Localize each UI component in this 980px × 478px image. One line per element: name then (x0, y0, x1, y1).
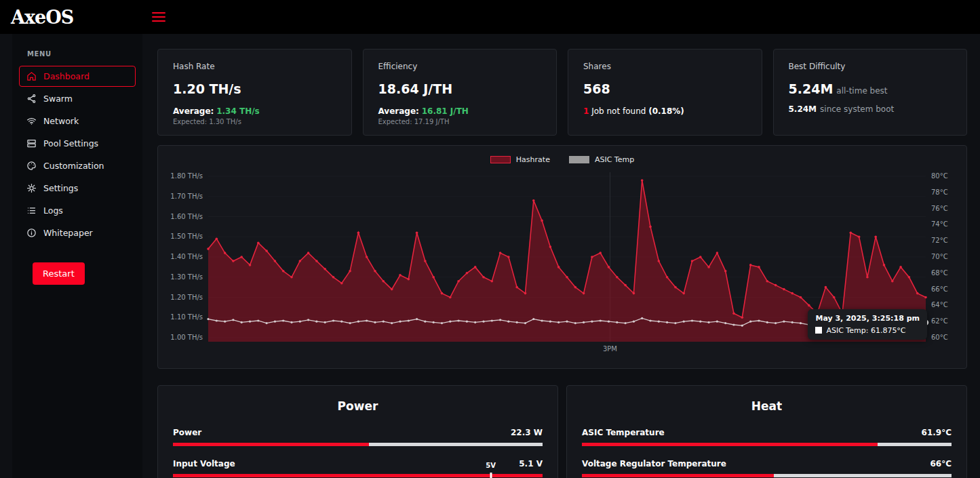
hashrate-card: Hash Rate 1.20 TH/s Average: 1.34 TH/s E… (157, 49, 352, 136)
svg-text:1.80 TH/s: 1.80 TH/s (170, 172, 203, 180)
efficiency-card: Efficiency 18.64 J/TH Average: 16.81 J/T… (363, 49, 557, 136)
sidebar-item-label: Swarm (43, 94, 73, 104)
tooltip-timestamp: May 3, 2025, 3:25:18 pm (815, 314, 920, 323)
sidebar-item-label: Customization (43, 161, 104, 171)
power-panel: Power Power 22.3 W Input Voltage 5.1 V (157, 385, 558, 478)
sidebar-item-label: Pool Settings (43, 138, 98, 148)
input-voltage-progressbar: 5V (173, 474, 543, 477)
legend-asic-temp[interactable]: ASIC Temp (569, 155, 634, 164)
info-circle-icon (26, 228, 37, 238)
hashrate-title: Hash Rate (173, 62, 336, 71)
chart-tooltip: May 3, 2025, 3:25:18 pm ASIC Temp: 61.87… (808, 309, 927, 340)
sidebar-item-pool-settings[interactable]: Pool Settings (19, 133, 136, 154)
sidebar-item-label: Settings (43, 183, 78, 193)
axeos-logo: AxeOS (0, 7, 132, 28)
palette-icon (26, 161, 37, 171)
svg-text:1.60 TH/s: 1.60 TH/s (170, 213, 203, 220)
sidebar-item-whitepaper[interactable]: Whitepaper (19, 222, 136, 243)
sidebar-item-label: Logs (43, 205, 63, 216)
nominal-voltage-marker: 5V (490, 473, 492, 478)
server-icon (26, 138, 37, 148)
svg-text:70°C: 70°C (931, 253, 948, 260)
sidebar-item-label: Dashboard (43, 71, 90, 81)
svg-text:1.50 TH/s: 1.50 TH/s (170, 233, 203, 240)
asic-temperature-progressbar (582, 443, 952, 446)
best-difficulty-title: Best Difficulty (789, 62, 952, 71)
power-panel-title: Power (173, 399, 543, 413)
bottom-panels: Power Power 22.3 W Input Voltage 5.1 V (157, 385, 967, 478)
topbar: AxeOS (0, 0, 980, 34)
best-difficulty-secondary: 5.24Msince system boot (789, 104, 952, 114)
svg-text:62°C: 62°C (931, 317, 948, 325)
wifi-icon (26, 116, 37, 126)
share-nodes-icon (26, 94, 37, 104)
svg-text:1.20 TH/s: 1.20 TH/s (170, 294, 203, 301)
power-meter-row: Power 22.3 W (173, 428, 543, 446)
main-content: Hash Rate 1.20 TH/s Average: 1.34 TH/s E… (142, 34, 980, 478)
asic-temp-swatch (569, 156, 589, 163)
sidebar-item-settings[interactable]: Settings (19, 178, 136, 199)
legend-hashrate[interactable]: Hashrate (490, 155, 550, 164)
svg-text:60°C: 60°C (931, 334, 948, 341)
best-difficulty-card: Best Difficulty 5.24Mall-time best 5.24M… (773, 49, 968, 136)
shares-value: 568 (583, 81, 747, 96)
svg-text:1.40 TH/s: 1.40 TH/s (170, 253, 203, 260)
power-progressbar (173, 443, 543, 446)
sidebar-item-network[interactable]: Network (19, 111, 136, 132)
hashrate-value: 1.20 TH/s (173, 81, 336, 96)
hashrate-chart-card: Hashrate ASIC Temp 1.80 TH/s1.70 TH/s1.6… (157, 145, 967, 369)
svg-text:78°C: 78°C (931, 188, 948, 196)
tooltip-value-line: ASIC Temp: 61.875°C (815, 326, 920, 335)
svg-text:72°C: 72°C (931, 237, 948, 244)
sidebar-item-customization[interactable]: Customization (19, 155, 136, 176)
svg-text:80°C: 80°C (931, 172, 948, 180)
svg-text:1.70 TH/s: 1.70 TH/s (170, 193, 203, 200)
heat-panel: Heat ASIC Temperature 61.9°C Voltage Reg… (566, 385, 967, 478)
svg-text:3PM: 3PM (603, 345, 617, 353)
list-icon (26, 205, 37, 216)
best-difficulty-value: 5.24Mall-time best (789, 81, 952, 96)
sidebar-item-swarm[interactable]: Swarm (19, 88, 136, 109)
efficiency-title: Efficiency (378, 62, 542, 71)
vr-temperature-meter-row: Voltage Regulator Temperature 66°C (582, 459, 952, 477)
sidebar-item-logs[interactable]: Logs (19, 200, 136, 221)
chart-legend: Hashrate ASIC Temp (163, 153, 961, 167)
efficiency-expected: Expected: 17.19 J/TH (378, 118, 542, 125)
svg-text:1.00 TH/s: 1.00 TH/s (170, 334, 203, 341)
sidebar-item-label: Network (43, 116, 79, 126)
menu-section-label: MENU (27, 50, 142, 58)
asic-temperature-meter-row: ASIC Temperature 61.9°C (582, 428, 952, 446)
stats-row: Hash Rate 1.20 TH/s Average: 1.34 TH/s E… (157, 49, 967, 136)
shares-card: Shares 568 1 Job not found (0.18%) (568, 49, 762, 136)
shares-title: Shares (583, 62, 747, 71)
input-voltage-meter-row: Input Voltage 5.1 V 5V (173, 459, 543, 477)
efficiency-value: 18.64 J/TH (378, 81, 542, 96)
sidebar-item-dashboard[interactable]: Dashboard (19, 66, 136, 87)
heat-panel-title: Heat (582, 399, 952, 413)
hamburger-menu-icon[interactable] (152, 9, 165, 24)
efficiency-average: Average: 16.81 J/TH (378, 106, 542, 116)
svg-text:1.10 TH/s: 1.10 TH/s (170, 313, 203, 321)
svg-text:64°C: 64°C (931, 301, 948, 308)
sidebar-item-label: Whitepaper (43, 228, 93, 238)
restart-button[interactable]: Restart (33, 262, 85, 285)
hashrate-expected: Expected: 1.30 TH/s (173, 118, 336, 125)
svg-text:1.30 TH/s: 1.30 TH/s (170, 273, 203, 281)
vr-temperature-progressbar (582, 474, 952, 477)
svg-text:76°C: 76°C (931, 205, 948, 212)
home-icon (26, 71, 37, 81)
shares-rejected-line: 1 Job not found (0.18%) (583, 106, 747, 116)
svg-text:66°C: 66°C (931, 285, 948, 293)
hashrate-average: Average: 1.34 TH/s (173, 106, 336, 116)
gear-icon (26, 183, 37, 193)
svg-text:74°C: 74°C (931, 220, 948, 228)
svg-text:68°C: 68°C (931, 269, 948, 277)
sidebar: MENU Dashboard Swarm Network Pool Settin… (12, 34, 142, 478)
tooltip-swatch (815, 327, 822, 334)
hashrate-swatch (490, 156, 511, 163)
